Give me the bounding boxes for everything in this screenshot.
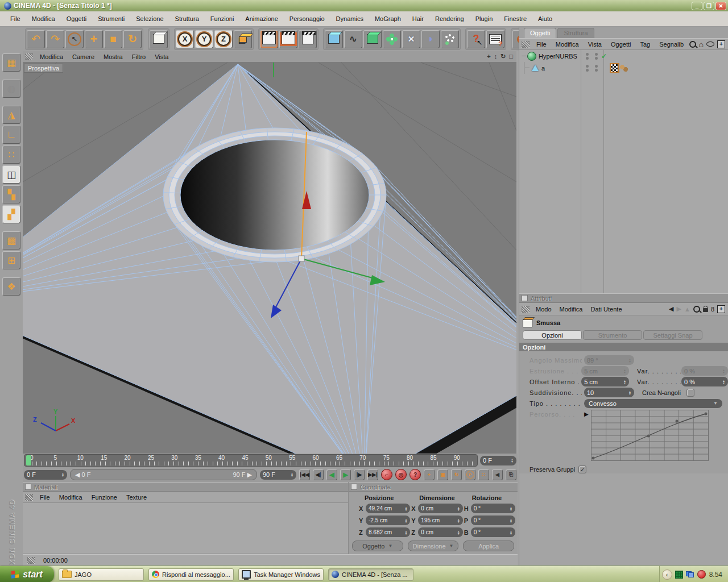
- playhead[interactable]: [26, 455, 31, 465]
- command-manager-button[interactable]: ?: [486, 30, 504, 48]
- animation-mode-button[interactable]: ▞: [2, 205, 20, 223]
- toggle-view-icon[interactable]: □: [509, 53, 513, 60]
- tab-settaggi-snap[interactable]: Settaggi Snap: [643, 330, 702, 340]
- record-key-button[interactable]: ⌐: [381, 469, 392, 480]
- texture-axis-mode-button[interactable]: ◮: [2, 106, 20, 124]
- rotation-h-field[interactable]: 0 °▲▼: [471, 504, 515, 513]
- home-icon[interactable]: ⌂: [699, 40, 704, 49]
- lock-icon[interactable]: [703, 308, 708, 312]
- eye-icon[interactable]: [706, 41, 714, 47]
- pan-view-icon[interactable]: +: [487, 53, 490, 60]
- rotate-view-icon[interactable]: ↻: [500, 53, 506, 60]
- materials-menu-item[interactable]: File: [35, 493, 55, 502]
- make-editable-button[interactable]: ▦: [2, 53, 20, 72]
- menu-item[interactable]: Rendering: [429, 13, 470, 24]
- drag-handle[interactable]: [522, 41, 530, 48]
- materials-menu-item[interactable]: Funzione: [87, 493, 122, 502]
- viewport-menu-item[interactable]: Vista: [150, 52, 173, 61]
- workplane-mode-button[interactable]: ⊞: [2, 251, 20, 269]
- go-up-icon[interactable]: ▲: [684, 306, 690, 313]
- record-scale-toggle[interactable]: ▣: [437, 469, 448, 480]
- object-manager-menu-item[interactable]: Tag: [635, 40, 655, 49]
- coordinate-target-dropdown[interactable]: Oggetto▼: [352, 541, 403, 551]
- lock-z-button[interactable]: Z: [214, 30, 233, 48]
- current-frame-field[interactable]: 0 F▲▼: [24, 470, 67, 480]
- panel-icon[interactable]: [351, 484, 357, 490]
- point-mode-button[interactable]: ∷: [2, 146, 20, 164]
- render-settings-button[interactable]: [299, 30, 317, 48]
- play-backward-button[interactable]: ◀: [326, 469, 337, 480]
- rotation-p-field[interactable]: 0 °▲▼: [471, 516, 515, 525]
- axis-modify-button[interactable]: ✕: [402, 30, 420, 48]
- object-manager-menu-item[interactable]: File: [532, 40, 551, 49]
- position-x-field[interactable]: 49.24 cm▲▼: [366, 504, 410, 513]
- menu-item[interactable]: File: [5, 13, 26, 24]
- perspective-viewport[interactable]: Y X Z Prospettiva: [23, 63, 516, 454]
- display-tag-icon[interactable]: [610, 63, 619, 73]
- tray-app-icon[interactable]: [697, 570, 706, 579]
- gizmo-center-handle[interactable]: [299, 256, 304, 261]
- dimension-x-field[interactable]: 0 cm▲▼: [418, 504, 462, 513]
- keyframe-presets-button[interactable]: ⎘: [506, 469, 516, 480]
- tray-network-icon[interactable]: [686, 571, 694, 577]
- ruler-bar[interactable]: 051015202530354045505560657075808590: [24, 454, 478, 467]
- attributes-menu-item[interactable]: Modo: [532, 305, 556, 314]
- menu-item[interactable]: Finestre: [498, 13, 532, 24]
- drag-handle[interactable]: [27, 557, 35, 564]
- enabled-check-icon[interactable]: ✓: [601, 52, 607, 60]
- crea-n-angoli-checkbox[interactable]: [686, 389, 694, 397]
- lock-x-button[interactable]: X: [176, 30, 194, 48]
- start-button[interactable]: start: [0, 566, 54, 582]
- viewport-menu-item[interactable]: Camere: [68, 52, 99, 61]
- object-row-hypernurbs[interactable]: HyperNURBS ✓: [519, 50, 728, 62]
- materials-menu-item[interactable]: Texture: [122, 493, 151, 502]
- tray-collapse-icon[interactable]: ‹: [662, 569, 672, 580]
- menu-item[interactable]: Animazione: [239, 13, 283, 24]
- var2-field[interactable]: 0 %▲▼: [681, 377, 728, 386]
- add-hypernurbs-button[interactable]: [363, 30, 382, 48]
- viewport-label[interactable]: Prospettiva: [24, 64, 63, 73]
- dimension-mode-dropdown[interactable]: Dimensione▼: [408, 541, 459, 551]
- expand-triangle-icon[interactable]: ▶: [584, 410, 589, 417]
- task-rispondi[interactable]: Rispondi al messaggio...: [148, 568, 234, 581]
- visibility-dots[interactable]: [586, 53, 589, 60]
- history-forward-icon[interactable]: ▶: [677, 305, 681, 313]
- panel-icon[interactable]: [25, 484, 31, 490]
- tipo-dropdown[interactable]: Convesso▼: [584, 399, 722, 408]
- menu-item[interactable]: Aiuto: [532, 13, 558, 24]
- edge-mode-button[interactable]: ◫: [2, 165, 20, 184]
- tab-struttura[interactable]: Struttura: [557, 28, 594, 38]
- coordinate-system-button[interactable]: ∟: [234, 30, 252, 48]
- record-rotation-toggle[interactable]: ↻: [451, 469, 462, 480]
- rotate-tool-button[interactable]: ↻: [123, 30, 142, 48]
- search-icon[interactable]: [689, 41, 696, 48]
- new-panel-icon[interactable]: +: [717, 305, 725, 313]
- object-mode-button[interactable]: ❖: [2, 277, 20, 296]
- phong-tag-icon[interactable]: [619, 64, 628, 72]
- attributes-menu-item[interactable]: Modifica: [556, 305, 587, 314]
- history-back-icon[interactable]: ◀: [669, 305, 673, 313]
- add-primitive-button[interactable]: [325, 30, 343, 48]
- add-deformer-button[interactable]: ◗: [421, 30, 440, 48]
- object-manager-menu-item[interactable]: Modifica: [551, 40, 584, 49]
- render-view-button[interactable]: [260, 30, 278, 48]
- menu-item[interactable]: Selezione: [130, 13, 169, 24]
- active-tool-button[interactable]: [150, 30, 168, 48]
- model-mode-button[interactable]: ◍: [2, 80, 20, 98]
- record-pla-toggle[interactable]: ∷: [478, 469, 489, 480]
- end-frame-field[interactable]: 90 F▲▼: [260, 470, 296, 480]
- tab-opzioni[interactable]: Opzioni: [523, 330, 582, 340]
- scale-tool-button[interactable]: ■: [104, 30, 122, 48]
- tray-grid-icon[interactable]: [676, 571, 682, 578]
- goto-start-button[interactable]: |◀◀: [299, 469, 310, 480]
- record-parameter-toggle[interactable]: P: [465, 469, 475, 480]
- menu-item[interactable]: Hair: [407, 13, 429, 24]
- task-task-manager[interactable]: Task Manager Windows: [238, 568, 324, 581]
- suddivisione-field[interactable]: 10▲▼: [584, 388, 634, 397]
- record-options-button[interactable]: ?: [410, 469, 421, 480]
- add-array-button[interactable]: [383, 30, 401, 48]
- menu-item[interactable]: Personaggio: [284, 13, 330, 24]
- add-spline-button[interactable]: ∿: [344, 30, 362, 48]
- menu-item[interactable]: Plugin: [470, 13, 499, 24]
- menu-item[interactable]: Struttura: [169, 13, 205, 24]
